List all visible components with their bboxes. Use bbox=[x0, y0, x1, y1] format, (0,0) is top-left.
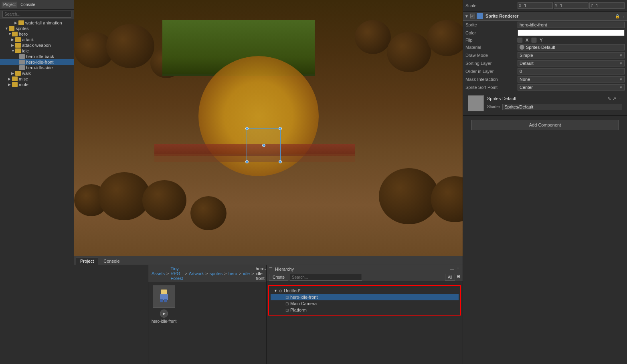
breadcrumb-sep: > bbox=[166, 271, 169, 276]
component-enabled-checkbox[interactable] bbox=[470, 14, 475, 18]
hierarchy-settings-icon[interactable]: ⊟ bbox=[457, 274, 460, 281]
hierarchy-toolbar-bar: Create All ⊟ bbox=[267, 273, 463, 282]
sprite-label: Sprite bbox=[465, 22, 518, 27]
tab-console[interactable]: Console bbox=[99, 257, 124, 265]
hierarchy-item-label: hero-idle-front bbox=[290, 295, 318, 300]
list-item[interactable]: hero-idle-side bbox=[0, 65, 74, 70]
scale-z-label: Z bbox=[591, 4, 595, 8]
sprite-renderer-header: ▼ Sprite Renderer 🔒 ⋮ bbox=[463, 12, 627, 21]
tree-decoration bbox=[355, 20, 391, 54]
hierarchy-create-button[interactable]: Create bbox=[269, 274, 288, 281]
console-tab[interactable]: Console bbox=[19, 2, 37, 8]
sorting-layer-value[interactable]: Default bbox=[518, 60, 625, 66]
component-lock-icon[interactable]: 🔒 bbox=[615, 14, 620, 18]
hierarchy-item-hero[interactable]: ⊡ hero-idle-front bbox=[271, 294, 459, 300]
list-item[interactable]: ▼ idle bbox=[0, 48, 74, 54]
material-export-icon[interactable]: ↗ bbox=[613, 96, 616, 101]
scale-z-field[interactable]: Z 1 bbox=[589, 2, 625, 9]
list-item[interactable]: ▼ hero bbox=[0, 31, 74, 37]
hierarchy-search-input[interactable] bbox=[290, 274, 362, 281]
sprite-value[interactable]: hero-idle-front bbox=[518, 22, 625, 28]
shader-value[interactable]: Sprites/Default bbox=[502, 104, 622, 110]
list-item[interactable]: ▶ waterfall animation bbox=[0, 20, 74, 26]
list-item[interactable]: ▼ sprites bbox=[0, 26, 74, 31]
flip-row: Flip X Y bbox=[463, 37, 627, 43]
list-item[interactable]: hero-idle-front bbox=[0, 59, 74, 65]
mask-interaction-row: Mask Interaction None bbox=[463, 75, 627, 83]
scale-y-field[interactable]: Y 1 bbox=[554, 2, 589, 9]
flip-x-checkbox[interactable] bbox=[518, 38, 522, 42]
selection-handle-bl[interactable] bbox=[245, 160, 249, 163]
hero-sprite-preview bbox=[158, 290, 170, 304]
component-more-icon[interactable]: ⋮ bbox=[621, 14, 625, 18]
scale-x-label: X bbox=[519, 4, 523, 8]
sprite-sort-point-label: Sprite Sort Point bbox=[465, 85, 518, 90]
add-component-button[interactable]: Add Component bbox=[471, 120, 619, 130]
flip-y-checkbox[interactable] bbox=[532, 38, 536, 42]
folder-icon bbox=[15, 43, 21, 48]
camera-icon: ⊡ bbox=[285, 302, 289, 306]
list-item[interactable]: ▶ walk bbox=[0, 70, 74, 76]
sprite-sort-point-row: Sprite Sort Point Center bbox=[463, 83, 627, 91]
list-item[interactable]: hero-idle-back bbox=[0, 54, 74, 59]
selection-handle-tr[interactable] bbox=[279, 127, 282, 130]
hierarchy-collapse-icon[interactable]: — bbox=[450, 267, 454, 271]
list-item[interactable]: ▶ attack-weapon bbox=[0, 42, 74, 48]
hierarchy-more-icon[interactable]: ⋮ bbox=[456, 266, 460, 271]
scale-x-value: 1 bbox=[524, 3, 526, 8]
scene-name: Untitled* bbox=[284, 288, 301, 293]
selection-handle-tl[interactable] bbox=[245, 127, 249, 130]
list-item[interactable]: ▶ misc bbox=[0, 76, 74, 82]
order-in-layer-value[interactable]: 0 bbox=[518, 68, 625, 74]
play-button[interactable]: ▶ bbox=[160, 310, 168, 318]
sprite-sort-point-value[interactable]: Center bbox=[518, 84, 625, 90]
expand-arrow-icon[interactable]: ▼ bbox=[465, 14, 469, 18]
breadcrumb-assets[interactable]: Assets bbox=[152, 271, 165, 276]
inspector-panel: Scale X 1 Y 1 Z 1 bbox=[463, 0, 627, 364]
sorting-layer-label: Sorting Layer bbox=[465, 61, 518, 66]
game-viewport[interactable] bbox=[74, 0, 463, 256]
hierarchy-item-platform[interactable]: ⊡ Platform bbox=[271, 307, 459, 313]
scale-y-label: Y bbox=[555, 4, 559, 8]
material-edit-icon[interactable]: ✎ bbox=[607, 96, 611, 101]
scale-z-value: 1 bbox=[596, 3, 598, 8]
color-value[interactable] bbox=[518, 30, 625, 36]
scale-label: Scale bbox=[465, 3, 518, 8]
hierarchy-item-camera[interactable]: ⊡ Main Camera bbox=[271, 300, 459, 307]
folder-icon bbox=[12, 32, 18, 36]
asset-item-hero[interactable]: ▶ hero-idle-front bbox=[148, 282, 180, 364]
breadcrumb-hero[interactable]: hero bbox=[229, 271, 237, 276]
left-panel-header: Project Console bbox=[0, 0, 74, 10]
hierarchy-all-button[interactable]: All bbox=[445, 274, 455, 281]
breadcrumb-tiny-rpg[interactable]: Tiny RPG Forest bbox=[170, 266, 183, 281]
draw-mode-value[interactable]: Simple bbox=[518, 52, 625, 58]
project-panel-left bbox=[74, 265, 148, 364]
project-tab[interactable]: Project bbox=[2, 2, 17, 8]
order-in-layer-label: Order in Layer bbox=[465, 69, 518, 74]
selection-pivot[interactable] bbox=[262, 144, 265, 147]
hierarchy-scene-root[interactable]: ▼ ⊙ Untitled* bbox=[271, 288, 459, 294]
list-item[interactable]: ▶ mole bbox=[0, 82, 74, 87]
scale-x-field[interactable]: X 1 bbox=[518, 2, 553, 9]
breadcrumb-idle[interactable]: idle bbox=[243, 271, 250, 276]
selection-handle-br[interactable] bbox=[279, 160, 282, 163]
breadcrumb-sep4: > bbox=[224, 271, 227, 276]
material-label: Material bbox=[465, 45, 518, 50]
breadcrumb-bar: Assets > Tiny RPG Forest > Artwork > spr… bbox=[148, 265, 266, 282]
file-search-input[interactable] bbox=[2, 11, 71, 18]
shader-row: Shader Sprites/Default bbox=[487, 103, 622, 111]
tab-project[interactable]: Project bbox=[76, 257, 98, 265]
material-more-icon[interactable]: ⋮ bbox=[618, 96, 622, 101]
hierarchy-header: ☰ Hierarchy — ⋮ bbox=[267, 265, 463, 273]
list-item[interactable]: ▶ attack bbox=[0, 37, 74, 42]
folder-icon bbox=[15, 37, 21, 42]
material-row: Material Sprites-Default bbox=[463, 43, 627, 51]
scale-xyz: X 1 Y 1 Z 1 bbox=[518, 2, 625, 9]
mask-interaction-text: None bbox=[520, 77, 530, 82]
order-in-layer-row: Order in Layer 0 bbox=[463, 67, 627, 75]
flip-checkboxes: X Y bbox=[518, 38, 625, 42]
breadcrumb-sprites[interactable]: sprites bbox=[210, 271, 222, 276]
mask-interaction-value[interactable]: None bbox=[518, 76, 625, 82]
material-value[interactable]: Sprites-Default bbox=[518, 44, 625, 50]
breadcrumb-artwork[interactable]: Artwork bbox=[189, 271, 204, 276]
